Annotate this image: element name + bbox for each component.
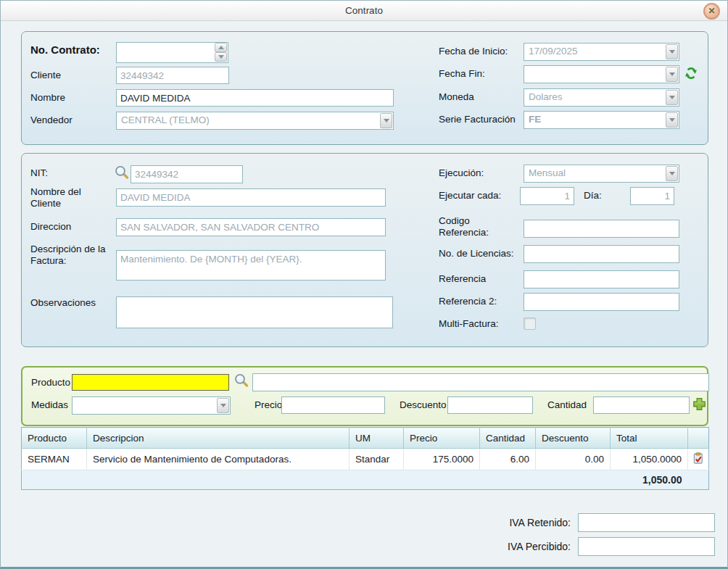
moneda-label: Moneda (439, 91, 474, 103)
col-cantidad: Cantidad (480, 428, 536, 449)
codigo-referencia-label: Codigo Referencia: (439, 215, 511, 238)
cliente-input[interactable] (116, 67, 229, 84)
col-total: Total (611, 428, 688, 449)
spinner-down-icon[interactable] (215, 52, 227, 62)
search-icon[interactable] (114, 165, 130, 183)
producto-label: Producto (31, 377, 70, 389)
fecha-fin-label: Fecha Fin: (439, 68, 485, 80)
serie-facturacion-label: Serie Facturación (439, 114, 516, 125)
col-precio: Precio (404, 428, 480, 449)
no-contrato-label: No. Contrato: (30, 44, 100, 56)
spinner-buttons (215, 43, 227, 62)
nombre-label: Nombre (30, 92, 65, 104)
fecha-inicio-label: Fecha de Inicio: (439, 46, 508, 57)
nombre-cliente-input[interactable] (116, 188, 386, 207)
no-licencias-input[interactable] (524, 245, 679, 263)
producto-code-input[interactable] (72, 374, 229, 391)
ejecucion-value: Mensual (529, 167, 663, 178)
observaciones-label: Observaciones (30, 297, 96, 309)
chevron-down-icon[interactable] (217, 398, 229, 413)
chevron-down-icon[interactable] (666, 67, 678, 82)
col-um: UM (349, 428, 404, 449)
col-actions (688, 428, 709, 449)
dia-label: Día: (584, 190, 602, 202)
cell-descuento: 0.00 (536, 449, 611, 470)
no-contrato-spinner[interactable] (116, 42, 228, 63)
fecha-fin-dropdown[interactable] (524, 65, 679, 83)
cell-total: 1,050.0000 (611, 449, 688, 470)
close-icon[interactable]: ✕ (703, 3, 720, 20)
descuento-input[interactable] (447, 396, 533, 414)
ejecucion-label: Ejecución: (439, 167, 484, 179)
precio-label: Precio (255, 399, 282, 411)
table-row[interactable]: SERMAN Servicio de Mantenimiento de Comp… (22, 449, 709, 470)
descripcion-factura-label: Descripción de la Factura: (30, 244, 112, 267)
medidas-dropdown[interactable] (72, 396, 231, 415)
chevron-down-icon[interactable] (380, 113, 392, 128)
nombre-cliente-label: Nombre del Cliente (30, 186, 112, 209)
title-bar: Contrato (1, 1, 727, 21)
cell-precio: 175.0000 (404, 449, 480, 470)
ejecutar-cada-label: Ejecutar cada: (439, 190, 501, 202)
chevron-down-icon[interactable] (666, 166, 678, 181)
items-table: Producto Descripcion UM Precio Cantidad … (21, 427, 709, 490)
serie-facturacion-value: FE (529, 114, 663, 125)
contract-header-panel: No. Contrato: Cliente Nombre Vendedor CE… (21, 31, 708, 145)
chevron-down-icon[interactable] (666, 90, 678, 105)
iva-percibido-input[interactable] (578, 537, 715, 556)
grand-total: 1,050.00 (611, 470, 688, 490)
medidas-label: Medidas (31, 399, 68, 411)
nit-input[interactable] (131, 165, 243, 183)
producto-desc-input[interactable] (252, 373, 709, 391)
multi-factura-checkbox[interactable] (524, 317, 536, 330)
table-total-row: 1,050.00 (22, 470, 709, 490)
spinner-up-icon[interactable] (215, 43, 227, 52)
vendedor-dropdown[interactable]: CENTRAL (TELMO) (116, 112, 394, 130)
vendedor-label: Vendedor (30, 115, 73, 126)
refresh-icon[interactable] (684, 66, 698, 83)
cantidad-label: Cantidad (547, 399, 587, 411)
edit-row-icon[interactable] (688, 449, 709, 470)
search-icon[interactable] (233, 373, 249, 391)
dia-input[interactable] (630, 187, 674, 205)
product-entry-panel: Producto Medidas Precio Descuento Cantid… (21, 366, 708, 426)
observaciones-textarea[interactable] (116, 296, 393, 328)
nit-label: NIT: (30, 167, 48, 179)
cliente-label: Cliente (30, 70, 61, 81)
cell-descripcion: Servicio de Mantenimiento de Computadora… (87, 449, 349, 470)
referencia-2-input[interactable] (524, 293, 679, 311)
cell-producto: SERMAN (22, 449, 87, 470)
iva-retenido-label: IVA Retenido: (436, 517, 571, 528)
chevron-down-icon[interactable] (666, 112, 678, 128)
table-header-row: Producto Descripcion UM Precio Cantidad … (22, 428, 709, 449)
iva-percibido-label: IVA Percibido: (436, 541, 571, 552)
moneda-value: Dolares (529, 91, 663, 102)
referencia-input[interactable] (524, 270, 679, 288)
cell-cantidad: 6.00 (480, 449, 536, 470)
iva-retenido-input[interactable] (578, 513, 715, 532)
ejecucion-dropdown[interactable]: Mensual (524, 165, 679, 183)
codigo-referencia-input[interactable] (524, 220, 679, 238)
chevron-down-icon[interactable] (666, 44, 678, 59)
referencia-label: Referencia (439, 273, 486, 285)
ejecutar-cada-input[interactable] (520, 187, 574, 205)
moneda-dropdown[interactable]: Dolares (524, 88, 679, 107)
cantidad-input[interactable] (593, 396, 690, 414)
fecha-inicio-dropdown[interactable]: 17/09/2025 (524, 43, 679, 61)
precio-input[interactable] (281, 396, 385, 414)
descuento-label: Descuento (400, 399, 447, 411)
nombre-input[interactable] (116, 89, 394, 107)
contract-dialog: { "window": { "title": "Contrato", "clos… (0, 0, 728, 569)
no-licencias-label: No. de Licencias: (439, 248, 514, 259)
referencia-2-label: Referencia 2: (439, 296, 497, 307)
serie-facturacion-dropdown[interactable]: FE (524, 111, 679, 129)
col-descripcion: Descripcion (87, 428, 349, 449)
client-details-panel: NIT: Nombre del Cliente Direccion Descri… (21, 153, 708, 347)
direccion-label: Direccion (30, 221, 71, 233)
add-item-icon[interactable] (692, 397, 706, 413)
cell-um: Standar (349, 449, 404, 470)
descripcion-factura-textarea[interactable]: Mantenimiento. De {MONTH} del {YEAR}. (116, 250, 386, 281)
direccion-input[interactable] (116, 218, 386, 236)
fecha-inicio-value: 17/09/2025 (529, 46, 663, 57)
col-descuento: Descuento (536, 428, 611, 449)
